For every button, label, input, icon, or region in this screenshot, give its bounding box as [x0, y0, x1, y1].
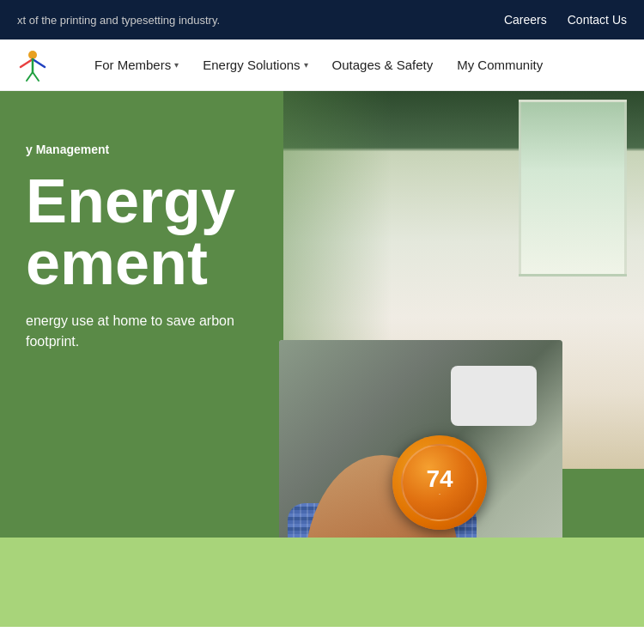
- hero-description: energy use at home to save arbon footpri…: [26, 311, 249, 352]
- hero-title: Energy ement: [26, 170, 271, 294]
- nav-outages-safety[interactable]: Outages & Safety: [320, 39, 446, 91]
- logo[interactable]: [14, 46, 65, 84]
- nav-for-members[interactable]: For Members ▾: [82, 39, 191, 91]
- thermostat-display: 74 ·: [392, 435, 487, 530]
- contact-link[interactable]: Contact Us: [568, 13, 627, 27]
- nav-my-community[interactable]: My Community: [445, 39, 555, 91]
- top-bar-right-links: Careers Contact Us: [504, 13, 627, 27]
- svg-line-4: [27, 72, 33, 81]
- nav-energy-solutions[interactable]: Energy Solutions ▾: [191, 39, 319, 91]
- svg-point-0: [28, 51, 37, 59]
- svg-line-5: [33, 72, 39, 81]
- careers-link[interactable]: Careers: [504, 13, 547, 27]
- nav-links: For Members ▾ Energy Solutions ▾ Outages…: [82, 39, 630, 91]
- thermostat-background: 74 ·: [279, 340, 562, 538]
- hero-title-line1: Energy: [26, 170, 271, 232]
- bottom-strip: [0, 538, 644, 627]
- svg-line-2: [33, 59, 45, 67]
- top-bar-text: xt of the printing and typesetting indus…: [17, 14, 220, 27]
- thermostat-image-box: 74 ·: [279, 340, 562, 538]
- energy-solutions-chevron-icon: ▾: [304, 60, 308, 70]
- for-members-chevron-icon: ▾: [174, 60, 179, 70]
- nav-bar: For Members ▾ Energy Solutions ▾ Outages…: [0, 39, 644, 91]
- thermostat-inner-circle: 74 ·: [401, 444, 478, 521]
- hero-title-line2: ement: [26, 232, 271, 294]
- logo-icon: [14, 46, 52, 84]
- hero-text-overlay: y Management Energy ement energy use at …: [0, 91, 292, 538]
- hero-section: y Management Energy ement energy use at …: [0, 91, 644, 538]
- thermostat-temperature: 74: [426, 467, 453, 491]
- svg-line-1: [21, 59, 33, 67]
- hero-subtitle: y Management: [26, 143, 271, 156]
- thermostat-wall-plate: [451, 366, 537, 426]
- thermostat-unit: ·: [439, 489, 441, 498]
- top-bar: xt of the printing and typesetting indus…: [0, 0, 644, 39]
